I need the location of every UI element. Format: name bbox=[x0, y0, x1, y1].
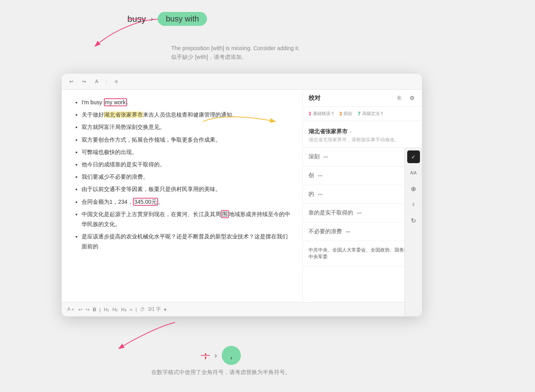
list-item: 是应该逐步提高的农业机械化水平呢？还是不断普及的新型农业技术？这是摆在我们面前的 bbox=[82, 232, 291, 252]
list-item: 我们要减少不必要的浪费。 bbox=[82, 172, 291, 182]
text-transform-icon[interactable]: A/A bbox=[407, 166, 420, 179]
stat-num-red: 3 bbox=[309, 111, 311, 117]
text-area[interactable]: I'm busy my work. 关于做好湖北省张家界市来吉人员信息核查和健康… bbox=[62, 90, 303, 302]
error-highlight-busy: my work bbox=[104, 98, 127, 106]
sidebar-word-party: 中共中央、全国人大常委会、全国政协、国务院、中央军委 bbox=[309, 245, 416, 262]
toolbar-h1[interactable]: H₁ bbox=[104, 307, 109, 312]
description-en: The preposition [with] is missing. Consi… bbox=[171, 44, 300, 53]
toolbar-redo[interactable]: ↪ bbox=[86, 307, 90, 312]
stat-num-green: 7 bbox=[358, 111, 361, 117]
editor-container: ↩ ↪ A ≡ I'm busy my work. 关于做好湖北省张家界市来吉人… bbox=[62, 74, 422, 316]
person-icon[interactable]: ♀ bbox=[407, 198, 420, 211]
sidebar-item-location-title: 湖北省张家界市 › bbox=[309, 128, 416, 135]
stat-fit: 3 拟合 bbox=[339, 111, 352, 117]
sidebar-item-location[interactable]: 湖北省张家界市 › 湖北省无张家界市，请根据实事手动修改。 bbox=[303, 124, 422, 148]
description-zh: 似乎缺少 [with]，请考虑添加。 bbox=[171, 53, 300, 61]
error-highlight-number: 345.00元 bbox=[133, 198, 158, 206]
sidebar-word-chuang: 创 ▪▪▪ bbox=[309, 170, 416, 181]
sidebar-header: 校对 ⎘ ⚙ bbox=[303, 90, 422, 107]
list-item: 双方要创合作方式，拓展合作领域，争取更多合作成果。 bbox=[82, 135, 291, 145]
sidebar-item-location-subtitle: 湖北省无张家界市，请根据实事手动修改。 bbox=[309, 137, 416, 143]
suggestion-pill: busy with bbox=[158, 12, 207, 26]
bottom-arrow-row: ； › , bbox=[201, 346, 241, 365]
settings-icon[interactable]: ⚙ bbox=[408, 94, 416, 102]
list-item: 双方就阿富汗局势深刻交换意见。 bbox=[82, 122, 291, 132]
top-description: The preposition [with] is missing. Consi… bbox=[171, 44, 300, 62]
stats-row: 3 基础错误 ‼ 3 拟合 7 高级文法 ‼ bbox=[303, 107, 422, 121]
sidebar-icons: ⎘ ⚙ bbox=[395, 94, 416, 102]
undo-button[interactable]: ↩ bbox=[66, 77, 76, 86]
strikethrough-word: busy bbox=[127, 14, 146, 24]
bottom-arrow-symbol: › bbox=[215, 351, 217, 360]
list-item: 他今日的成绩靠的是实干取得的。 bbox=[82, 160, 291, 170]
chevron-icon: › bbox=[350, 129, 351, 134]
toolbar-quote[interactable]: « bbox=[130, 307, 133, 312]
bottom-description: 在数字格式中使用了全角符号，请考虑替换为半角符号。 bbox=[151, 369, 291, 376]
stat-basic-errors: 3 基础错误 ‼ bbox=[309, 111, 334, 117]
bottom-annotation: ； › , 在数字格式中使用了全角符号，请考虑替换为半角符号。 bbox=[151, 346, 291, 376]
toolbar-h3[interactable]: H₃ bbox=[121, 307, 127, 312]
font-size-label: A＋ bbox=[67, 306, 75, 313]
toolbar-separator bbox=[106, 78, 107, 85]
editor-body: I'm busy my work. 关于做好湖北省张家界市来吉人员信息核查和健康… bbox=[62, 90, 422, 302]
list-item: 合同金额为1，234，345.00元。 bbox=[82, 197, 291, 207]
toolbar-sep2: | bbox=[100, 307, 101, 312]
format-button[interactable]: ≡ bbox=[111, 77, 121, 86]
stat-label-fit: 拟合 bbox=[344, 111, 352, 117]
stat-advanced: 7 高级文法 ‼ bbox=[358, 111, 383, 117]
toolbar-clock: ⏱ bbox=[140, 307, 145, 312]
list-item: 可弊端也极快的出现。 bbox=[82, 147, 291, 157]
error-highlight-culture: 围 bbox=[221, 210, 229, 218]
sidebar-word-de: 的 ▪▪▪ bbox=[309, 189, 416, 199]
list-item: 中国文化是起源于上古贯穿到现在，在黄河、长江及其周围地域形成并持续至今的中华民族… bbox=[82, 209, 291, 229]
toolbar-h2[interactable]: H₂ bbox=[112, 307, 118, 312]
editor-toolbar: ↩ ↪ A ≡ bbox=[62, 74, 422, 90]
refresh-icon[interactable]: ↻ bbox=[407, 214, 420, 227]
copy-icon[interactable]: ⎘ bbox=[395, 94, 404, 102]
toolbar-undo[interactable]: ↩ bbox=[78, 307, 82, 312]
sidebar-word-kao: 靠的是实干取得的 ▪▪▪ bbox=[309, 208, 416, 218]
arrow-right: › bbox=[150, 15, 153, 23]
sidebar-word-shenzhen: 深刻 ▪▪▪ bbox=[309, 152, 416, 162]
green-circle-comma: , bbox=[222, 346, 241, 365]
stat-label-advanced: 高级文法 ‼ bbox=[362, 111, 383, 117]
sidebar-panel: 校对 ⎘ ⚙ 3 基础错误 ‼ 3 拟合 7 高级文法 ‼ bbox=[303, 90, 422, 302]
content-list: I'm busy my work. 关于做好湖北省张家界市来吉人员信息核查和健康… bbox=[74, 98, 291, 252]
highlight-location: 湖北省张家界市 bbox=[104, 111, 143, 118]
font-button[interactable]: A bbox=[92, 77, 102, 86]
right-icon-bar: ✓ A/A ⊕ ♀ ↻ ⬜ ↗ ? bbox=[404, 147, 422, 302]
check-icon[interactable]: ✓ bbox=[407, 150, 420, 163]
list-item: 由于以前交通不变等因素，板栗只是供村民享用的美味。 bbox=[82, 184, 291, 194]
list-item: 关于做好湖北省张家界市来吉人员信息核查和健康管理的通知。 bbox=[82, 110, 291, 120]
toolbar-dropdown[interactable]: ▾ bbox=[164, 307, 166, 312]
toolbar-bold[interactable]: B bbox=[93, 307, 96, 312]
comma-text: , bbox=[230, 350, 232, 361]
sidebar-word-langfei: 不必要的浪费 ▪▪▪ bbox=[309, 226, 416, 237]
stat-label-basic: 基础错误 ‼ bbox=[313, 111, 334, 117]
sidebar-title: 校对 bbox=[309, 94, 320, 102]
word-count: 3/1 字 bbox=[148, 306, 161, 313]
redo-button[interactable]: ↪ bbox=[79, 77, 89, 86]
toolbar-sep3: | bbox=[136, 307, 137, 312]
top-annotation: busy › busy with bbox=[127, 12, 207, 26]
add-circle-icon[interactable]: ⊕ bbox=[407, 182, 420, 195]
stat-num-orange: 3 bbox=[339, 111, 342, 117]
list-item: I'm busy my work. bbox=[82, 98, 291, 107]
strikethrough-semicolon: ； bbox=[201, 349, 210, 361]
